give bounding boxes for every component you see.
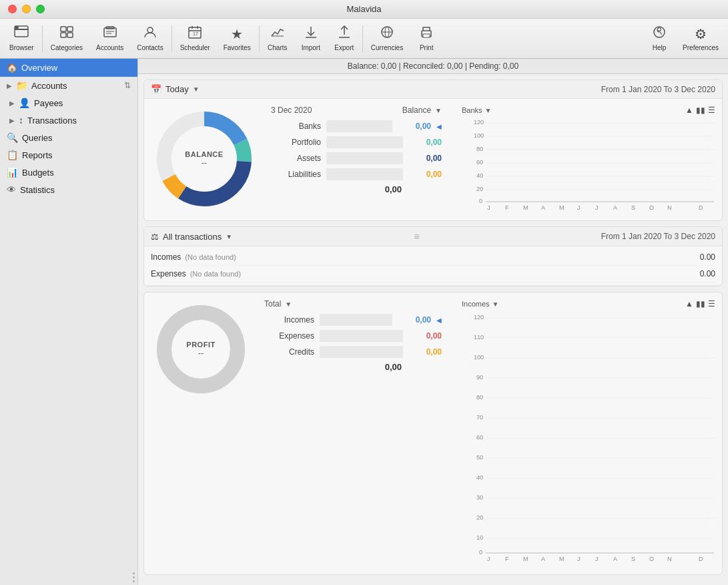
balance-calendar-icon: 📅 (151, 84, 161, 94)
sep2 (171, 25, 172, 52)
toolbar-accounts[interactable]: Accounts (89, 23, 130, 54)
sidebar-overview[interactable]: 🏠 Overview (0, 59, 137, 77)
scheduler-icon: 17 (188, 25, 202, 42)
svg-text:20: 20 (476, 514, 483, 521)
toolbar-export[interactable]: Export (328, 23, 361, 54)
balance-header-left: 📅 Today ▼ (151, 84, 200, 94)
svg-text:F: F (505, 556, 509, 562)
trans-summary: Incomes (No data found) 0.00 Expenses (N… (144, 246, 722, 286)
export-icon (337, 25, 352, 42)
profit-total-arrow[interactable]: ▼ (285, 301, 292, 308)
svg-text:60: 60 (476, 434, 483, 441)
toolbar-help[interactable]: Help (643, 23, 676, 54)
table-chart-btn[interactable]: ☰ (708, 106, 715, 115)
window-controls (8, 5, 45, 13)
svg-text:J: J (487, 556, 490, 562)
trans-header-left: ⚖ All transactions ▼ (151, 232, 232, 242)
svg-text:A: A (541, 556, 545, 562)
sidebar-item-payees[interactable]: ▶ 👤 Payees (0, 94, 137, 112)
minimize-button[interactable] (22, 5, 31, 13)
payees-icon: 👤 (19, 98, 30, 108)
balance-donut-title: BALANCE (185, 150, 223, 158)
toolbar-browser[interactable]: Browser (3, 23, 41, 54)
accounts-toggle: ⇅ (124, 81, 131, 90)
toolbar-contacts[interactable]: Contacts (130, 23, 169, 54)
profit-chart-header: Incomes ▼ ▲ ▮▮ ☰ (462, 299, 715, 309)
svg-text:D: D (699, 556, 703, 562)
import-label: Import (302, 44, 320, 51)
balance-today-arrow[interactable]: ▼ (193, 85, 200, 93)
trans-arrow[interactable]: ▼ (226, 233, 232, 240)
trans-icon: ⚖ (151, 232, 159, 242)
sidebar: 🏠 Overview ▶ 📁 Accounts ⇅ ▶ 👤 Payees ▶ ↕… (0, 59, 138, 585)
toolbar-categories[interactable]: Categories (44, 23, 89, 54)
toolbar-charts[interactable]: Charts (261, 23, 294, 54)
profit-bars: Total ▼ Incomes 0,00 ◀ (258, 299, 448, 372)
svg-text:J: J (595, 204, 599, 211)
svg-text:D: D (699, 204, 703, 211)
svg-text:80: 80 (476, 394, 483, 401)
svg-rect-7 (104, 28, 116, 37)
profit-area-btn[interactable]: ▲ (685, 299, 693, 309)
sidebar-item-queries[interactable]: 🔍 Queries (0, 129, 137, 146)
profit-bar-btn[interactable]: ▮▮ (696, 299, 705, 309)
scheduler-label: Scheduler (180, 44, 210, 51)
svg-text:120: 120 (474, 314, 484, 321)
svg-text:0: 0 (479, 198, 482, 204)
portfolio-bar-label: Portfolio (271, 138, 321, 147)
profit-incomes-dropdown-arrow[interactable]: ▼ (492, 301, 499, 308)
bar-chart-btn[interactable]: ▮▮ (696, 106, 705, 115)
sidebar-item-transactions[interactable]: ▶ ↕ Transactions (0, 112, 137, 129)
svg-text:0: 0 (479, 549, 482, 556)
sidebar-item-reports[interactable]: 📋 Reports (0, 146, 137, 164)
browser-label: Browser (9, 44, 34, 51)
trans-title: All transactions (163, 232, 222, 242)
incomes-row: Incomes (No data found) 0.00 (151, 249, 715, 266)
toolbar-scheduler[interactable]: 17 Scheduler (173, 23, 217, 54)
print-icon (419, 25, 434, 42)
sidebar-item-statistics[interactable]: 👁 Statistics (0, 181, 137, 198)
profit-total: 0,00 (264, 362, 442, 372)
status-bar: Balance: 0,00 | Reconciled: 0,00 | Pendi… (138, 59, 728, 74)
toolbar-print[interactable]: Print (410, 23, 443, 54)
chart-banks-arrow[interactable]: ▼ (485, 107, 492, 114)
profit-table-btn[interactable]: ☰ (708, 299, 715, 309)
profit-body: PROFIT -- Total ▼ Income (144, 292, 722, 574)
balance-date: 3 Dec 2020 (271, 106, 312, 115)
chart-controls: ▲ ▮▮ ☰ (685, 106, 715, 115)
sidebar-item-accounts[interactable]: ▶ 📁 Accounts ⇅ (0, 77, 137, 94)
toolbar-favorites[interactable]: ★ Favorites (217, 23, 258, 54)
banks-bar-label: Banks (271, 122, 321, 131)
balance-dropdown-row: Balance ▼ (402, 106, 442, 115)
incomes-value: 0.00 (700, 252, 715, 262)
incomes-no-data: (No data found) (185, 253, 236, 261)
sidebar-resize-handle[interactable] (133, 572, 135, 582)
close-button[interactable] (8, 5, 17, 13)
contacts-icon (143, 25, 157, 42)
balance-donut: BALANCE -- (151, 106, 258, 212)
profit-panel: PROFIT -- Total ▼ Income (143, 292, 723, 575)
profit-donut-title: PROFIT (186, 341, 215, 349)
svg-rect-25 (423, 34, 430, 37)
balance-date-range: From 1 Jan 2020 To 3 Dec 2020 (601, 85, 715, 94)
svg-point-27 (658, 28, 661, 31)
balance-dropdown-label: Balance (402, 106, 431, 115)
transactions-label: Transactions (27, 116, 131, 126)
maximize-button[interactable] (36, 5, 45, 13)
area-chart-btn[interactable]: ▲ (685, 106, 693, 115)
svg-text:A: A (613, 204, 617, 211)
favorites-label: Favorites (224, 44, 251, 51)
balance-line-chart: Banks ▼ ▲ ▮▮ ☰ 120 100 (455, 106, 715, 214)
balance-bar-assets: Assets 0,00 (271, 152, 442, 164)
svg-text:M: M (523, 556, 528, 562)
toolbar-import[interactable]: Import (294, 23, 328, 54)
toolbar-preferences[interactable]: ⚙ Preferences (676, 23, 725, 54)
profit-total-row: Total ▼ (264, 299, 292, 309)
svg-text:F: F (505, 204, 509, 211)
sidebar-item-budgets[interactable]: 📊 Budgets (0, 164, 137, 181)
toolbar-currencies[interactable]: Currencies (364, 23, 410, 54)
svg-text:40: 40 (476, 172, 483, 179)
balance-dropdown-arrow[interactable]: ▼ (435, 107, 442, 114)
balance-bars: 3 Dec 2020 Balance ▼ Banks (264, 106, 448, 194)
profit-incomes-dropdown-row: Incomes ▼ (462, 300, 498, 308)
